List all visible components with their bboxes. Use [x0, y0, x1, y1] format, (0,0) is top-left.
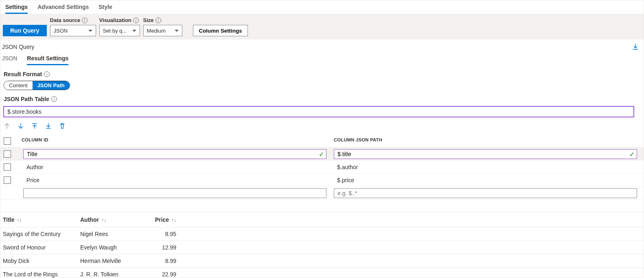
cell-author: Nigel Rees: [80, 231, 145, 237]
info-icon[interactable]: i: [156, 18, 161, 23]
size-select[interactable]: Medium: [143, 25, 182, 36]
visualization-label: Visualization i: [99, 17, 140, 24]
chevron-down-icon: [175, 30, 179, 32]
result-row: Moby Dick Herman Melville 8.99: [0, 254, 644, 268]
column-def-new-row: [0, 187, 644, 200]
tab-advanced-settings[interactable]: Advanced Settings: [37, 4, 89, 14]
new-column-path-input[interactable]: [334, 188, 637, 198]
chevron-down-icon: [132, 30, 136, 32]
row-action-bar: [0, 117, 644, 135]
row-checkbox[interactable]: [4, 177, 11, 184]
valid-check-icon: ✓: [319, 150, 324, 158]
column-id-input[interactable]: [23, 149, 326, 159]
tab-settings[interactable]: Settings: [5, 4, 28, 14]
column-id-value: Price: [23, 177, 330, 183]
tab-json[interactable]: JSON: [2, 55, 17, 65]
visualization-select[interactable]: Set by q...: [99, 25, 140, 36]
sub-tabs: JSON Result Settings: [0, 50, 644, 65]
tab-style[interactable]: Style: [99, 4, 112, 14]
move-up-icon[interactable]: [4, 123, 10, 129]
column-id-value: Author: [23, 164, 330, 170]
cell-price: 8.95: [145, 231, 178, 237]
valid-check-icon: ✓: [629, 150, 635, 158]
select-all-checkbox[interactable]: [4, 137, 11, 145]
json-path-table-label: JSON Path Table i: [4, 96, 640, 102]
result-col-author[interactable]: Author↑↓: [80, 216, 145, 223]
cell-price: 22.99: [145, 271, 178, 278]
chevron-down-icon: [88, 30, 92, 32]
cell-price: 8.99: [145, 258, 178, 264]
result-format-toggle: Content JSON Path: [4, 81, 70, 90]
download-icon[interactable]: [632, 44, 639, 50]
result-format-json-path[interactable]: JSON Path: [33, 81, 70, 90]
data-source-label: Data source i: [50, 17, 96, 24]
column-def-row[interactable]: Author $.author: [0, 161, 644, 174]
cell-price: 12.99: [145, 244, 178, 251]
sort-icon[interactable]: ↑↓: [101, 217, 106, 223]
move-to-top-icon[interactable]: [31, 123, 38, 129]
top-tabs: Settings Advanced Settings Style: [0, 0, 644, 14]
cell-author: Herman Melville: [80, 258, 145, 264]
info-icon[interactable]: i: [51, 96, 57, 102]
column-settings-button[interactable]: Column Settings: [193, 25, 248, 36]
cell-title: Sword of Honour: [3, 244, 80, 251]
move-down-icon[interactable]: [18, 123, 24, 129]
column-path-header: COLUMN JSON PATH: [334, 137, 640, 145]
delete-icon[interactable]: [59, 123, 66, 129]
info-icon[interactable]: i: [44, 71, 50, 77]
tab-result-settings[interactable]: Result Settings: [27, 55, 68, 65]
result-row: Sayings of the Century Nigel Rees 8.95: [0, 227, 644, 241]
cell-author: Evelyn Waugh: [80, 244, 145, 251]
new-column-id-input[interactable]: [23, 188, 326, 198]
column-def-row[interactable]: Price $.price: [0, 174, 644, 187]
result-row: Sword of Honour Evelyn Waugh 12.99: [0, 241, 644, 254]
move-to-bottom-icon[interactable]: [45, 123, 52, 129]
column-path-value: $.price: [334, 177, 640, 183]
column-path-input[interactable]: [334, 149, 637, 159]
row-checkbox[interactable]: [4, 150, 11, 158]
column-path-value: $.author: [334, 164, 640, 170]
column-def-table: COLUMN ID COLUMN JSON PATH ✓ ✓ Author $.…: [0, 135, 644, 200]
result-col-price[interactable]: Price↑↓: [145, 216, 178, 223]
info-icon[interactable]: i: [133, 18, 139, 23]
result-col-title[interactable]: Title↑↓: [3, 216, 80, 223]
cell-author: J. R. R. Tolkien: [80, 271, 145, 278]
cell-title: The Lord of the Rings: [3, 271, 80, 278]
result-table: Title↑↓ Author↑↓ Price↑↓ Sayings of the …: [0, 212, 644, 278]
cell-title: Moby Dick: [3, 258, 80, 264]
data-source-select[interactable]: JSON: [50, 25, 96, 36]
sort-icon[interactable]: ↑↓: [171, 217, 176, 223]
row-checkbox[interactable]: [4, 163, 11, 171]
column-def-row[interactable]: ✓ ✓: [0, 148, 644, 161]
column-id-header: COLUMN ID: [22, 137, 330, 145]
result-format-label: Result Format i: [4, 71, 640, 77]
result-format-content[interactable]: Content: [4, 81, 33, 90]
info-icon[interactable]: i: [82, 18, 88, 23]
toolbar: Run Query Data source i JSON Visualizati…: [0, 14, 644, 40]
sort-icon[interactable]: ↑↓: [17, 217, 22, 223]
size-label: Size i: [143, 17, 182, 24]
run-query-button[interactable]: Run Query: [3, 25, 47, 36]
json-path-table-input[interactable]: [4, 106, 634, 117]
result-row: The Lord of the Rings J. R. R. Tolkien 2…: [0, 268, 644, 278]
cell-title: Sayings of the Century: [3, 231, 80, 237]
json-query-label: JSON Query: [2, 44, 34, 50]
